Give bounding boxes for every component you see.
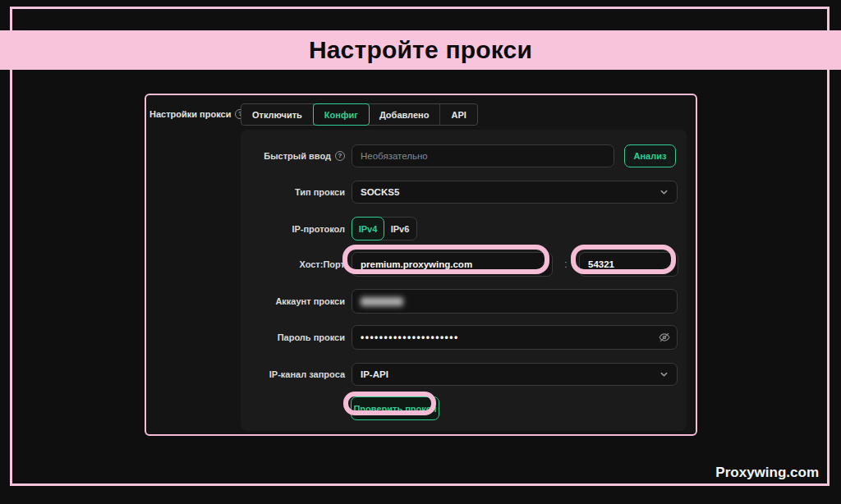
row-proxy-type: Тип прокси SOCKS5 (241, 180, 687, 204)
password-label-wrap: Пароль прокси (241, 332, 352, 342)
account-field[interactable] (352, 289, 678, 314)
proxy-type-label: Тип прокси (295, 187, 345, 197)
proxy-mode-tabs: Отключить Конфиг Добавлено API (241, 103, 478, 126)
host-field[interactable] (352, 252, 553, 277)
title-banner: Настройте прокси (0, 30, 841, 70)
ip-channel-select[interactable]: IP-API (352, 363, 678, 386)
host-port-separator: : (553, 259, 579, 270)
analyze-button[interactable]: Анализ (624, 144, 676, 167)
account-label: Аккаунт прокси (275, 296, 345, 306)
host-port-label-wrap: Хост:Порт (241, 259, 352, 269)
ipv4-option[interactable]: IPv4 (352, 217, 384, 241)
proxy-settings-panel: Настройки прокси ? Отключить Конфиг Доба… (145, 94, 697, 436)
help-icon[interactable]: ? (335, 151, 345, 161)
quick-input-field[interactable] (352, 144, 614, 167)
row-password: Пароль прокси (241, 325, 687, 350)
check-proxy-button[interactable]: Проверить прокси (351, 396, 439, 420)
row-ip-channel: IP-канал запроса IP-API (241, 362, 687, 387)
panel-label-row: Настройки прокси ? (149, 109, 245, 119)
row-host-port: Хост:Порт : (241, 252, 687, 277)
screenshot-root: Настройте прокси Настройки прокси ? Откл… (0, 0, 841, 504)
quick-input-label: Быстрый ввод (264, 151, 331, 161)
ipv6-option[interactable]: IPv6 (384, 218, 416, 240)
site-watermark: Proxywing.com (715, 465, 819, 481)
ip-channel-label-wrap: IP-канал запроса (241, 369, 352, 379)
password-field-wrap (352, 325, 678, 350)
panel-label: Настройки прокси (149, 109, 231, 119)
tab-config[interactable]: Конфиг (313, 103, 370, 126)
chevron-down-icon (659, 188, 669, 197)
ip-protocol-toggle: IPv4 IPv6 (352, 217, 417, 241)
password-field[interactable] (352, 325, 678, 350)
port-field[interactable] (579, 252, 678, 277)
chevron-down-icon (659, 370, 669, 379)
proxy-config-form: Быстрый ввод ? Анализ Тип прокси SOCKS5 (241, 130, 687, 431)
ip-protocol-label: IP-протокол (292, 224, 345, 234)
proxy-type-label-wrap: Тип прокси (241, 187, 352, 197)
host-port-label: Хост:Порт (299, 259, 345, 269)
ip-channel-value: IP-API (361, 369, 388, 379)
ip-channel-label: IP-канал запроса (269, 369, 345, 379)
redacted-account-value (361, 297, 403, 306)
password-label: Пароль прокси (278, 332, 345, 342)
row-account: Аккаунт прокси (241, 289, 687, 314)
quick-input-label-wrap: Быстрый ввод ? (241, 151, 352, 161)
row-ip-protocol: IP-протокол IPv4 IPv6 (241, 216, 687, 241)
proxy-type-value: SOCKS5 (361, 187, 399, 197)
eye-off-icon[interactable] (659, 332, 670, 343)
account-label-wrap: Аккаунт прокси (241, 296, 352, 306)
proxy-type-select[interactable]: SOCKS5 (352, 181, 678, 204)
tab-api[interactable]: API (440, 104, 476, 125)
row-quick-input: Быстрый ввод ? Анализ (241, 144, 687, 168)
tab-added[interactable]: Добавлено (369, 104, 441, 125)
ip-protocol-label-wrap: IP-протокол (241, 224, 352, 234)
tab-disable[interactable]: Отключить (241, 104, 314, 125)
page-title: Настройте прокси (309, 36, 532, 64)
